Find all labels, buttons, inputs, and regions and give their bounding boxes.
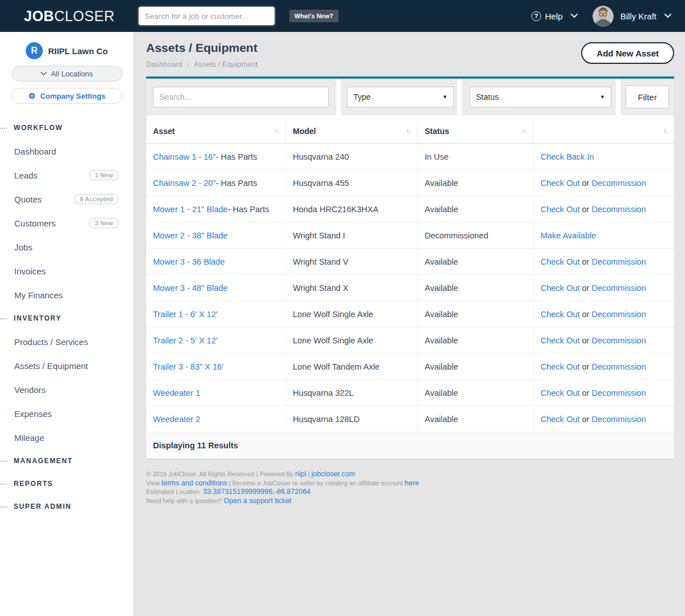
- action-link-decommission[interactable]: Decommission: [591, 283, 646, 293]
- sidebar-item-leads[interactable]: Leads1 New: [0, 163, 134, 187]
- status-cell: Available: [418, 327, 534, 354]
- asset-link[interactable]: Trailer 1 - 6' X 12': [153, 310, 217, 319]
- sidebar-item-assets-equipment[interactable]: Assets / Equipment: [0, 354, 134, 378]
- action-separator: or: [582, 388, 590, 398]
- results-count-label: Displaying 11 Results: [153, 441, 238, 450]
- footer-link-33-387315199999996-86-872064[interactable]: 33.387315199999996,-86.872064: [203, 488, 311, 496]
- add-new-asset-button[interactable]: Add New Asset: [581, 42, 674, 64]
- footer-link-jobcloser-com[interactable]: jobcloser.com: [311, 470, 354, 478]
- sidebar-section-workflow[interactable]: WORKFLOW: [0, 116, 134, 139]
- action-link-decommission[interactable]: Decommission: [591, 205, 646, 214]
- action-link-decommission[interactable]: Decommission: [591, 336, 646, 345]
- sort-icon[interactable]: ↑↓: [406, 127, 412, 135]
- sidebar-item-mileage[interactable]: Mileage: [0, 425, 134, 449]
- sidebar-item-products-services[interactable]: Products / Services: [0, 330, 134, 354]
- footer-link-open-a-support-ticket[interactable]: Open a support ticket: [224, 497, 292, 505]
- table-header-row: Asset↑↓Model↑↓Status↑↓↑↓: [146, 119, 674, 144]
- breadcrumb-item-assets-equipment: Assets / Equipment: [194, 60, 258, 68]
- company-settings-button[interactable]: Company Settings: [11, 88, 123, 104]
- help-menu[interactable]: Help: [545, 11, 563, 21]
- sort-icon[interactable]: ↑↓: [522, 127, 527, 135]
- footer-text: © 2019 JobCloser. All Rights Reserved | …: [146, 471, 295, 477]
- sidebar-section-reports[interactable]: REPORTS: [0, 472, 134, 495]
- action-link-check-out[interactable]: Check Out: [541, 336, 580, 345]
- chevron-down-icon[interactable]: [571, 14, 578, 18]
- action-link-decommission[interactable]: Decommission: [591, 179, 646, 188]
- asset-link[interactable]: Mower 2 - 38" Blade: [153, 231, 228, 240]
- asset-link[interactable]: Mower 3 - 36 Blade: [153, 257, 225, 266]
- asset-link[interactable]: Trailer 2 - 5' X 12': [153, 336, 217, 345]
- action-separator: or: [582, 179, 590, 188]
- sidebar-section-super-admin[interactable]: SUPER ADMIN: [0, 495, 134, 518]
- app-logo[interactable]: JOBCLOSER: [24, 8, 115, 25]
- user-menu[interactable]: Billy Kraft: [620, 11, 656, 21]
- action-link-decommission[interactable]: Decommission: [591, 415, 646, 424]
- sidebar-item-label: Dashboard: [14, 147, 56, 156]
- action-link-check-out[interactable]: Check Out: [541, 205, 580, 214]
- sidebar-item-vendors[interactable]: Vendors: [0, 378, 134, 402]
- action-link-check-out[interactable]: Check Out: [541, 415, 580, 424]
- column-header-status: Status↑↓: [418, 119, 534, 144]
- sidebar-section-inventory[interactable]: INVENTORY: [0, 307, 134, 330]
- asset-link[interactable]: Chainsaw 2 - 20": [153, 179, 216, 188]
- filter-bar: Type ▼ Status ▼ Filter: [146, 79, 674, 115]
- chevron-down-icon[interactable]: [664, 14, 671, 18]
- sidebar-item-dashboard[interactable]: Dashboard: [0, 139, 134, 163]
- model-cell: Husqvarna 322L: [286, 380, 418, 406]
- footer-link-terms-and-conditions[interactable]: terms and conditions: [162, 479, 227, 487]
- table-search-input[interactable]: [153, 87, 329, 107]
- logo-bold-text: JOB: [24, 8, 54, 24]
- action-link-check-back-in[interactable]: Check Back In: [541, 152, 594, 161]
- company-header: R RIIPL Lawn Co: [0, 42, 134, 59]
- sort-down-arrow: ↓: [524, 127, 527, 135]
- sidebar-item-expenses[interactable]: Expenses: [0, 402, 134, 425]
- action-link-check-out[interactable]: Check Out: [541, 310, 580, 319]
- model-cell: Honda HRC216K3HXA: [286, 196, 418, 222]
- sort-icon[interactable]: ↑↓: [274, 127, 280, 135]
- action-link-check-out[interactable]: Check Out: [541, 283, 580, 293]
- asset-link[interactable]: Mower 3 - 48" Blade: [153, 283, 228, 293]
- actions-cell: Check Out or Decommission: [534, 354, 674, 380]
- sidebar-item-customers[interactable]: Customers3 New: [0, 211, 134, 235]
- sidebar-item-label: Customers: [14, 218, 56, 228]
- sort-icon[interactable]: ↑↓: [663, 127, 668, 135]
- sidebar-item-my-finances[interactable]: My Finances: [0, 283, 134, 307]
- filter-button[interactable]: Filter: [626, 86, 669, 108]
- sidebar-item-label: Leads: [14, 171, 38, 180]
- asset-link[interactable]: Chainsaw 1 - 16": [153, 152, 216, 161]
- column-header-actions: ↑↓: [534, 119, 674, 144]
- action-link-check-out[interactable]: Check Out: [541, 362, 580, 371]
- sidebar-item-quotes[interactable]: Quotes8 Accepted: [0, 187, 134, 211]
- asset-link[interactable]: Mower 1 - 21" Blade: [153, 205, 228, 214]
- action-link-make-available[interactable]: Make Available: [541, 231, 596, 240]
- asset-link[interactable]: Trailer 3 - 83" X 16': [153, 362, 223, 371]
- footer-line: Estimated Location: 33.387315199999996,-…: [146, 488, 685, 497]
- sidebar-section-management[interactable]: MANAGEMENT: [0, 449, 134, 472]
- asset-link[interactable]: Weedeater 2: [153, 415, 200, 424]
- asset-link[interactable]: Weedeater 1: [153, 388, 200, 398]
- gear-icon: [28, 92, 36, 100]
- action-link-check-out[interactable]: Check Out: [541, 257, 580, 266]
- whats-new-button[interactable]: What's New?: [289, 10, 339, 22]
- all-locations-dropdown[interactable]: All Locations: [11, 66, 123, 82]
- action-link-check-out[interactable]: Check Out: [541, 388, 580, 398]
- footer-link-here[interactable]: here: [405, 479, 419, 487]
- status-select[interactable]: Status ▼: [470, 87, 611, 107]
- global-search-input[interactable]: [139, 7, 275, 25]
- action-link-decommission[interactable]: Decommission: [591, 362, 646, 371]
- action-link-decommission[interactable]: Decommission: [591, 257, 646, 266]
- sidebar-item-invoices[interactable]: Invoices: [0, 259, 134, 283]
- action-link-decommission[interactable]: Decommission: [591, 388, 646, 398]
- asset-cell: Mower 2 - 38" Blade: [146, 222, 286, 249]
- section-dash-icon: [0, 484, 7, 485]
- type-select[interactable]: Type ▼: [347, 87, 454, 107]
- action-link-check-out[interactable]: Check Out: [541, 179, 580, 188]
- action-link-decommission[interactable]: Decommission: [591, 310, 646, 319]
- sidebar-item-jobs[interactable]: Jobs: [0, 235, 134, 259]
- avatar[interactable]: [593, 6, 614, 27]
- footer-link-riipl[interactable]: riipl: [295, 470, 306, 478]
- footer-text: View: [146, 480, 162, 487]
- asset-cell: Weedeater 2: [146, 406, 286, 432]
- actions-cell: Check Back In: [534, 144, 674, 170]
- breadcrumb-item-dashboard[interactable]: Dashboard: [146, 60, 183, 68]
